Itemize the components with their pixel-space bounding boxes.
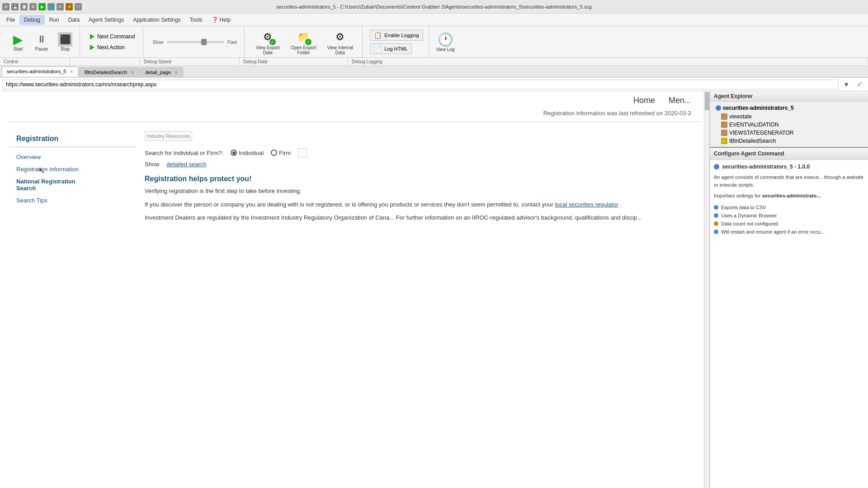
settings-icon[interactable]: ⚙ (29, 3, 37, 10)
url-go-button[interactable]: ▼ (840, 80, 852, 89)
menu-agent-settings[interactable]: Agent Settings (84, 15, 128, 25)
menu-data[interactable]: Data (64, 15, 84, 25)
speed-slider-row: Slow Fast (152, 39, 237, 45)
url-input[interactable] (3, 80, 839, 89)
tree-root[interactable]: securities-administrators_5 (714, 103, 864, 113)
refresh-icon[interactable]: ↻ (57, 3, 64, 10)
ibtn-label: IBtnDetailedSearch (729, 138, 776, 144)
web-nav-national-search[interactable]: National RegistrationSearch (9, 175, 136, 194)
stop-button[interactable]: ⬛ Stop (54, 30, 76, 53)
open-export-folder-button[interactable]: 📁 ✓ Open ExportFolder (287, 27, 320, 57)
webpage: Home Men... Registration information was… (0, 91, 709, 488)
next-label (70, 58, 140, 66)
tab-ibtn-detailed-search[interactable]: IBtnDetailedSearch ✕ (79, 67, 139, 77)
viewstate-label: viewstate (729, 113, 752, 120)
web-nav-registration-info[interactable]: Registration Information (9, 163, 136, 175)
bullet-data-count: Data count not configured (714, 220, 864, 228)
industry-resources-text: Industry Resources (147, 133, 190, 139)
next-action-button[interactable]: Next Action (87, 43, 137, 52)
agent-icon[interactable]: 📋 (20, 3, 28, 10)
web-left-nav: Registration Overview Registration Infor… (9, 127, 136, 231)
lightning-icon[interactable]: ⚡ (66, 3, 73, 10)
individual-radio[interactable] (231, 150, 237, 156)
check-badge: ✓ (269, 39, 276, 45)
config-desc-1: An agent consists of commands that are e… (714, 174, 864, 188)
tab-securities-close[interactable]: ✕ (70, 69, 73, 74)
speed-slow-label: Slow (152, 39, 163, 45)
enable-logging-button[interactable]: 📋 Enable Logging (370, 30, 423, 41)
refresh-notice: Registration information was last refres… (9, 110, 700, 122)
shield-icon[interactable]: 🛡 (75, 3, 82, 10)
control-section: ▶ Start ⏸ Pause ⬛ Stop (4, 26, 80, 57)
tab-detail-close[interactable]: ✕ (175, 70, 178, 75)
agent-explorer: Agent Explorer securities-administrators… (710, 91, 868, 148)
firm-radio-label[interactable]: Firm (271, 150, 291, 156)
view-internal-data-icon: ⚙ (332, 29, 348, 45)
firm-radio[interactable] (271, 150, 277, 156)
bullet-icon-2 (714, 213, 718, 218)
play-icon[interactable]: ▶ (38, 3, 46, 10)
right-panel: Agent Explorer securities-administrators… (710, 91, 868, 488)
view-internal-data-button[interactable]: ⚙ View InternalData (324, 27, 357, 57)
tree-item-viewstategenerator[interactable]: 🔗 VIEWSTATEGENERATOR (721, 129, 864, 137)
next-command-button[interactable]: Next Command (87, 32, 137, 41)
debug-speed-label: Debug Speed (140, 58, 240, 66)
menu-tools[interactable]: Tools (185, 15, 207, 25)
url-bar: ▼ ✓ (0, 78, 868, 91)
browser-scrollbar[interactable] (704, 91, 709, 488)
scrollbar-thumb[interactable] (705, 92, 709, 110)
menu-file[interactable]: File (2, 15, 19, 25)
tab-detail-label: detail_page (145, 70, 171, 75)
web-nav-menu[interactable]: Men... (669, 96, 691, 105)
tab-detail-page[interactable]: detail_page ✕ (140, 67, 183, 77)
show-label: Show (145, 161, 160, 168)
eventvalidation-icon: 🔗 (721, 122, 727, 128)
ibtn-icon: ⚡ (721, 138, 727, 144)
tree-item-ibtn[interactable]: ⚡ IBtnDetailedSearch (721, 137, 864, 145)
debug-data-section: ⚙ ✓ View ExportData 📁 ✓ Open ExportFolde… (246, 26, 363, 57)
tree-item-viewstate[interactable]: 🔗 viewstate (721, 113, 864, 121)
menu-run[interactable]: Run (45, 15, 64, 25)
toolbar-labels: Control Debug Speed Debug Data Debug Log… (0, 58, 868, 66)
agent-name-row: securities-administrators_5 - 1.0.0 (714, 164, 864, 170)
speed-fast-label: Fast (227, 39, 237, 45)
view-export-data-button[interactable]: ⚙ ✓ View ExportData (252, 27, 283, 57)
individual-radio-label[interactable]: Individual (231, 150, 264, 156)
web-sidebar: Registration Overview Registration Infor… (9, 127, 700, 231)
globe-icon[interactable]: 🌐 (47, 3, 55, 10)
view-log-button[interactable]: 🕐 View Log (436, 32, 455, 52)
save-icon[interactable]: 💾 (11, 3, 19, 10)
menu-application-settings[interactable]: Application Settings (128, 15, 185, 25)
view-internal-data-label: View InternalData (327, 45, 354, 55)
title-bar: ⚙ 💾 📋 ⚙ ▶ 🌐 ↻ ⚡ 🛡 securities-administrat… (0, 0, 868, 14)
config-panel-title: Configure Agent Command (710, 148, 868, 160)
stop-icon: ⬛ (58, 32, 72, 47)
bullet-restart: Will restart and resume agent if an erro… (714, 228, 864, 236)
tree-root-label: securities-administrators_5 (723, 105, 794, 111)
url-confirm-button[interactable]: ✓ (854, 79, 865, 89)
menu-help[interactable]: ❓ Help (207, 15, 236, 25)
app-icon: ⚙ (2, 3, 9, 10)
detailed-search-link[interactable]: detailed search (167, 161, 207, 168)
viewstategenerator-label: VIEWSTATEGENERATOR (729, 130, 793, 136)
menu-debug[interactable]: Debug (19, 15, 44, 25)
start-button[interactable]: ▶ Start (7, 30, 29, 53)
web-nav-search-tips[interactable]: Search Tips (9, 194, 136, 206)
pause-button[interactable]: ⏸ Pause (31, 30, 52, 53)
web-nav-overview[interactable]: Overview (9, 151, 136, 163)
log-html-label: Log HTML (384, 46, 407, 52)
web-nav-home[interactable]: Home (633, 96, 655, 105)
tab-securities-administrators[interactable]: securities-administrators_5 ✕ (2, 66, 78, 77)
toolbar: ▶ Start ⏸ Pause ⬛ Stop Next Command Next… (0, 26, 868, 58)
menu-bar: File Debug Run Data Agent Settings Appli… (0, 14, 868, 26)
main-layout: ↖ Home Men... Registration information w… (0, 91, 868, 488)
tree-item-eventvalidation[interactable]: 🔗 EVENTVALIDATION (721, 121, 864, 129)
open-export-folder-label: Open ExportFolder (291, 45, 316, 55)
speed-slider[interactable] (167, 41, 224, 43)
stop-label: Stop (61, 47, 70, 52)
log-html-button[interactable]: 📄 Log HTML (370, 43, 411, 54)
title-text: securities-administrators_5 - C:\Users\Z… (276, 4, 592, 9)
tab-ibtn-close[interactable]: ✕ (131, 70, 134, 75)
local-regulator-link[interactable]: local securities regulator (555, 201, 618, 208)
bullet-dynamic-browser: Uses a Dynamic Browser (714, 211, 864, 220)
